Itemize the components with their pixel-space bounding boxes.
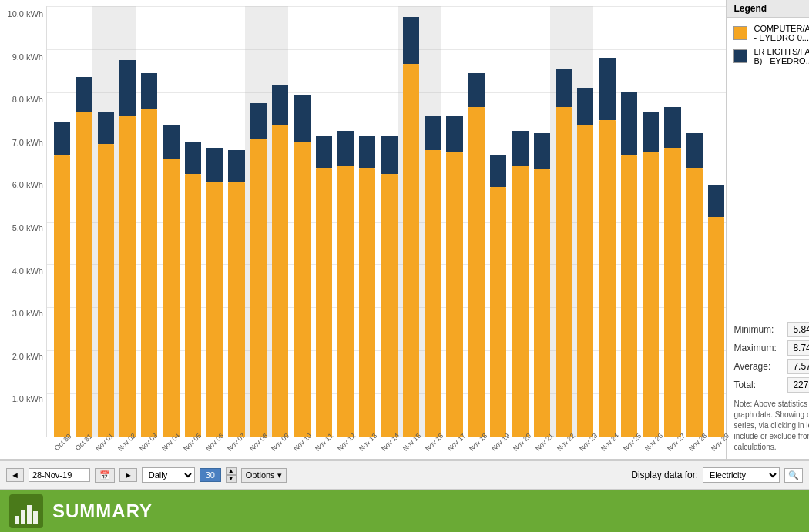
- bar-dark: [621, 92, 637, 155]
- bar-stack: [206, 6, 223, 437]
- bar-dark: [337, 131, 354, 166]
- bar-dark: [556, 69, 572, 107]
- bar-dark: [316, 136, 332, 168]
- bar-group: [485, 6, 506, 437]
- bar-orange: [686, 168, 703, 437]
- prev-button[interactable]: ◄: [6, 468, 24, 482]
- bar-dark: [185, 142, 201, 174]
- bar-group: [506, 6, 528, 437]
- chart-grid: [46, 6, 726, 437]
- toolbar: ◄ 📅 ► Daily Weekly Monthly 30 ▲ ▼ Option…: [0, 460, 809, 490]
- bar-stack: [337, 6, 354, 437]
- bar-orange: [490, 187, 506, 437]
- bar-dark: [381, 136, 398, 174]
- bar-dark: [534, 133, 550, 170]
- y-label-7: 7.0 kWh: [3, 138, 43, 147]
- bar-stack: [119, 6, 136, 437]
- stat-average-value: 7.573 kWh: [787, 359, 809, 374]
- bar-stack: [54, 6, 70, 437]
- y-label-2: 2.0 kWh: [3, 352, 43, 361]
- count-display: 30: [200, 468, 221, 482]
- options-button[interactable]: Options ▾: [241, 468, 287, 483]
- bar-group: [463, 6, 485, 437]
- bar-stack: [163, 6, 180, 437]
- bar-orange: [403, 64, 419, 437]
- bar-orange: [599, 120, 616, 437]
- y-axis: 10.0 kWh 9.0 kWh 8.0 kWh 7.0 kWh 6.0 kWh…: [0, 6, 46, 459]
- footer-title: Summary: [52, 500, 153, 522]
- legend-swatch-dark: [733, 49, 747, 63]
- y-label-6: 6.0 kWh: [3, 180, 43, 189]
- svg-rect-2: [27, 505, 32, 524]
- bar-stack: [403, 6, 419, 437]
- legend-panel: Legend >> COMPUTER/AV (PORT A) - EYEDRO …: [727, 0, 809, 459]
- bar-group: [245, 6, 267, 437]
- bar-group: [703, 6, 724, 437]
- bar-dark: [294, 95, 310, 142]
- stats-note: Note: Above statistics are based on grap…: [733, 399, 809, 453]
- bar-stack: [228, 6, 244, 437]
- bar-orange: [359, 168, 375, 437]
- bar-dark: [228, 150, 244, 182]
- bar-stack: [425, 6, 441, 437]
- legend-title: Legend: [733, 3, 767, 14]
- stat-total-label: Total:: [733, 380, 787, 390]
- bar-group: [201, 6, 223, 437]
- bar-stack: [621, 6, 637, 437]
- search-icon: 🔍: [788, 470, 799, 480]
- period-select[interactable]: Daily Weekly Monthly: [142, 467, 195, 483]
- legend-item-dark[interactable]: LR LIGHTS/FANS (PORT B) - EYEDRO...: [733, 47, 809, 65]
- count-up[interactable]: ▲: [226, 467, 237, 475]
- stat-minimum-label: Minimum:: [733, 324, 787, 335]
- bar-group: [659, 6, 680, 437]
- bar-dark: [708, 185, 724, 217]
- bar-stack: [708, 6, 724, 437]
- count-spinners[interactable]: ▲ ▼: [226, 467, 237, 483]
- stat-minimum: Minimum: 5.841 kWh: [733, 322, 809, 337]
- display-data-label: Display data for:: [631, 470, 698, 480]
- bar-orange: [119, 116, 136, 437]
- bar-group: [49, 6, 70, 437]
- bar-dark: [468, 73, 485, 108]
- bar-dark: [359, 136, 375, 168]
- svg-rect-0: [15, 516, 19, 524]
- bar-orange: [316, 168, 332, 437]
- bar-stack: [468, 6, 485, 437]
- legend-header: Legend >>: [727, 0, 809, 18]
- bar-group: [311, 6, 332, 437]
- display-select[interactable]: Electricity Gas Water: [703, 467, 780, 483]
- stats-area: Minimum: 5.841 kWh Maximum: 8.742 kWh Av…: [727, 313, 809, 459]
- bar-dark: [490, 155, 506, 187]
- bar-stack: [599, 6, 616, 437]
- bar-group: [529, 6, 550, 437]
- calendar-button[interactable]: 📅: [95, 468, 115, 483]
- bar-group: [572, 6, 593, 437]
- bar-orange: [446, 152, 462, 437]
- bar-group: [593, 6, 615, 437]
- bar-orange: [468, 107, 485, 437]
- bar-orange: [54, 155, 70, 437]
- next-button[interactable]: ►: [119, 468, 137, 482]
- bar-orange: [76, 112, 92, 437]
- bar-orange: [337, 166, 354, 437]
- bar-dark: [577, 88, 593, 125]
- date-input[interactable]: [29, 468, 90, 482]
- search-button[interactable]: 🔍: [784, 468, 803, 483]
- bar-group: [375, 6, 397, 437]
- bar-stack: [534, 6, 550, 437]
- bar-dark: [54, 122, 70, 155]
- bar-dark: [686, 133, 703, 168]
- count-down[interactable]: ▼: [226, 475, 237, 483]
- footer-icon: [9, 494, 43, 528]
- bar-dark: [98, 112, 114, 144]
- y-label-3: 3.0 kWh: [3, 309, 43, 318]
- bar-dark: [446, 116, 462, 153]
- bar-stack: [359, 6, 375, 437]
- bar-stack: [381, 6, 398, 437]
- stat-total-value: 227.185 kWh: [787, 377, 809, 393]
- building-chart-icon: [13, 499, 39, 525]
- legend-item-orange[interactable]: COMPUTER/AV (PORT A) - EYEDRO 0...: [733, 24, 809, 42]
- stat-minimum-value: 5.841 kWh: [787, 322, 809, 337]
- bar-stack: [512, 6, 528, 437]
- bar-orange: [185, 174, 201, 437]
